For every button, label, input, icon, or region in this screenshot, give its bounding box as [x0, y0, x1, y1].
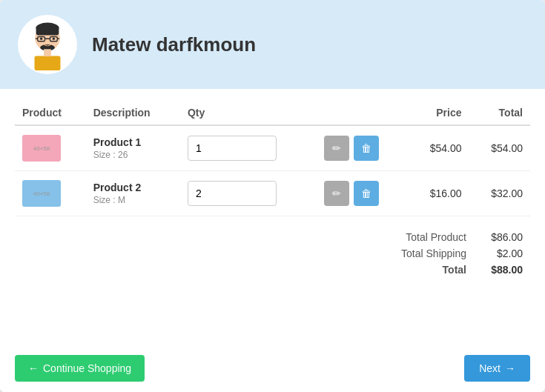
summary-total-shipping: Total Shipping $2.00 [22, 248, 523, 259]
thumb-label: 40×58 [33, 145, 50, 152]
arrow-right-icon [505, 362, 515, 374]
qty-cell [180, 171, 317, 216]
product-name: Product 1 [93, 136, 173, 148]
col-total: Total [469, 101, 530, 125]
user-name: Matew darfkmoun [92, 33, 256, 56]
thumb-label: 40×58 [33, 190, 50, 197]
qty-cell [180, 125, 317, 171]
total-cell: $54.00 [469, 125, 530, 171]
price-cell: $54.00 [408, 125, 469, 171]
summary-total: Total $88.00 [22, 264, 523, 276]
action-buttons: ✏ 🗑 [324, 136, 400, 161]
product-thumb-cell: 40×58 [15, 125, 86, 171]
product-size: Size : M [93, 195, 173, 205]
continue-shopping-label: Continue Shopping [43, 362, 131, 374]
product-info: Product 2 Size : M [93, 182, 173, 205]
delete-button[interactable]: 🗑 [354, 181, 379, 206]
summary-total-product: Total Product $86.00 [22, 231, 523, 243]
product-size: Size : 26 [93, 150, 173, 160]
header: Matew darfkmoun [0, 0, 545, 89]
svg-point-9 [53, 38, 56, 41]
price-cell: $16.00 [408, 171, 469, 216]
svg-rect-11 [35, 56, 61, 70]
col-actions [317, 101, 408, 125]
total-value: $88.00 [478, 264, 523, 276]
total-label: Total [443, 264, 466, 276]
product-info-cell: Product 2 Size : M [86, 171, 180, 216]
main-content: Product Description Qty Price Total 40×5… [0, 89, 545, 345]
product-thumb-cell: 40×58 [15, 171, 86, 216]
svg-rect-2 [36, 26, 59, 36]
total-shipping-label: Total Shipping [401, 248, 466, 259]
table-row: 40×58 Product 1 Size : 26 ✏ 🗑 [15, 125, 530, 171]
table-row: 40×58 Product 2 Size : M ✏ 🗑 $ [15, 171, 530, 216]
col-description: Description [86, 101, 180, 125]
total-shipping-value: $2.00 [478, 248, 523, 259]
col-product: Product [15, 101, 86, 125]
arrow-left-icon [28, 362, 39, 374]
total-cell: $32.00 [469, 171, 530, 216]
action-buttons: ✏ 🗑 [324, 181, 400, 206]
cart-table: Product Description Qty Price Total 40×5… [15, 101, 530, 216]
actions-cell: ✏ 🗑 [317, 171, 408, 216]
edit-button[interactable]: ✏ [324, 181, 349, 206]
qty-input[interactable] [188, 181, 277, 206]
qty-container [188, 136, 309, 161]
page-container: Matew darfkmoun Product Description Qty … [0, 0, 545, 392]
col-price: Price [408, 101, 469, 125]
svg-rect-12 [44, 49, 51, 56]
total-product-label: Total Product [406, 231, 466, 243]
qty-input[interactable] [188, 136, 277, 161]
svg-point-8 [40, 38, 43, 41]
edit-button[interactable]: ✏ [324, 136, 349, 161]
continue-shopping-button[interactable]: Continue Shopping [15, 355, 145, 382]
product-thumbnail: 40×58 [22, 135, 61, 162]
qty-container [188, 181, 309, 206]
total-product-value: $86.00 [478, 231, 523, 243]
col-qty: Qty [180, 101, 317, 125]
delete-button[interactable]: 🗑 [354, 136, 379, 161]
product-info: Product 1 Size : 26 [93, 136, 173, 160]
next-label: Next [479, 362, 501, 374]
next-button[interactable]: Next [464, 355, 530, 382]
actions-cell: ✏ 🗑 [317, 125, 408, 171]
avatar [18, 15, 77, 74]
product-thumbnail: 40×58 [22, 180, 61, 207]
footer: Continue Shopping Next [0, 345, 545, 392]
summary-section: Total Product $86.00 Total Shipping $2.0… [15, 224, 530, 288]
product-info-cell: Product 1 Size : 26 [86, 125, 180, 171]
product-name: Product 2 [93, 182, 173, 193]
